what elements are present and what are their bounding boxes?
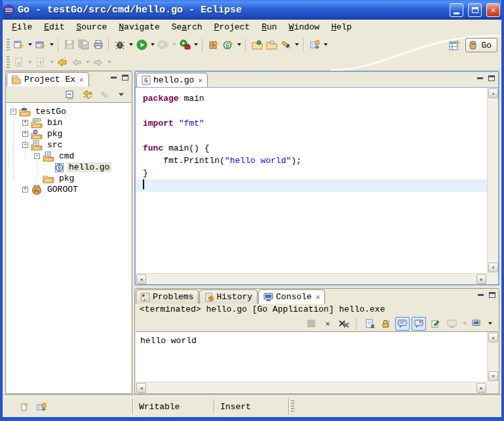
search-button[interactable] bbox=[279, 37, 293, 52]
tree-item-pkg2[interactable]: pkg bbox=[7, 173, 131, 184]
menu-edit[interactable]: Edit bbox=[38, 21, 70, 33]
scroll-lock-button[interactable] bbox=[379, 317, 393, 331]
tree-item-testgo[interactable]: − testGo bbox=[7, 106, 131, 117]
scroll-up-icon[interactable]: ▲ bbox=[488, 333, 498, 342]
tab-history[interactable]: History bbox=[199, 289, 258, 304]
debug-button[interactable] bbox=[113, 37, 127, 52]
collapse-all-button[interactable] bbox=[63, 86, 77, 102]
fast-view-icon[interactable] bbox=[20, 402, 29, 412]
menu-search[interactable]: Search bbox=[166, 21, 208, 33]
save-button[interactable] bbox=[62, 37, 77, 52]
collapse-expander-icon[interactable]: − bbox=[22, 142, 28, 148]
run-last-button[interactable] bbox=[156, 37, 170, 52]
open-console-dropdown[interactable] bbox=[486, 316, 494, 331]
open-console-button[interactable] bbox=[470, 317, 484, 331]
show-stdout-button[interactable] bbox=[395, 317, 410, 331]
tab-console[interactable]: Console ✕ bbox=[258, 289, 325, 304]
code-line: } bbox=[143, 167, 487, 179]
expand-expander-icon[interactable]: + bbox=[22, 131, 28, 137]
menu-source[interactable]: Source bbox=[70, 21, 113, 33]
open-perspective-button[interactable] bbox=[448, 37, 462, 53]
open-file-button[interactable] bbox=[264, 37, 279, 52]
new-go-element-dropdown[interactable] bbox=[235, 37, 242, 52]
maximize-button[interactable] bbox=[468, 3, 482, 17]
trim-toggle-icon[interactable] bbox=[36, 402, 47, 412]
project-explorer-content[interactable]: − testGo + 010 bin + pkg − src bbox=[7, 102, 131, 393]
new-project-dropdown[interactable] bbox=[48, 37, 55, 52]
import-folder-button[interactable] bbox=[250, 37, 264, 52]
save-all-button[interactable] bbox=[77, 37, 91, 52]
editor-horizontal-scrollbar[interactable]: ◀ ▶ bbox=[136, 273, 487, 284]
tree-item-src[interactable]: − src bbox=[7, 139, 131, 151]
tree-item-bin[interactable]: + 010 bin bbox=[7, 117, 131, 128]
minimize-editor-button[interactable] bbox=[477, 77, 483, 79]
console-horizontal-scrollbar[interactable]: ◀ ▶ bbox=[136, 382, 487, 393]
maximize-editor-button[interactable] bbox=[488, 75, 495, 81]
collapse-expander-icon[interactable]: − bbox=[34, 153, 40, 159]
toolbar-grip[interactable] bbox=[7, 39, 10, 50]
run-dropdown[interactable] bbox=[149, 37, 156, 52]
new-go-element-button[interactable]: G bbox=[221, 37, 235, 52]
status-bar: Writable Insert bbox=[3, 395, 501, 417]
new-java-project-button[interactable] bbox=[206, 37, 221, 52]
minimize-button[interactable] bbox=[450, 3, 463, 17]
scroll-left-icon[interactable]: ◀ bbox=[136, 274, 146, 284]
go-perspective-button[interactable]: Go bbox=[465, 38, 497, 52]
scroll-right-icon[interactable]: ▶ bbox=[476, 383, 486, 393]
scroll-right-icon[interactable]: ▶ bbox=[476, 274, 486, 284]
toggle-mark-occurrences-dropdown[interactable] bbox=[322, 37, 329, 52]
code-area[interactable]: package main import "fmt" func main() { … bbox=[136, 88, 487, 273]
scroll-lock-icon bbox=[381, 319, 391, 329]
view-menu-button[interactable] bbox=[114, 86, 128, 102]
close-button[interactable]: ✕ bbox=[486, 3, 500, 17]
remove-launch-button[interactable]: ✕ bbox=[320, 317, 335, 331]
new-wizard-button[interactable] bbox=[12, 37, 26, 52]
toggle-mark-occurrences-button[interactable] bbox=[307, 37, 322, 52]
pin-console-button[interactable] bbox=[428, 317, 442, 331]
collapse-expander-icon[interactable]: − bbox=[10, 109, 16, 115]
tree-item-goroot[interactable]: + GOROOT bbox=[7, 184, 131, 195]
scroll-down-icon[interactable]: ▼ bbox=[488, 263, 498, 272]
close-editor-icon[interactable]: ✕ bbox=[198, 76, 203, 84]
search-dropdown[interactable] bbox=[293, 37, 300, 52]
menu-project[interactable]: Project bbox=[208, 21, 256, 33]
scroll-down-icon[interactable]: ▼ bbox=[488, 371, 498, 381]
close-console-icon[interactable]: ✕ bbox=[316, 293, 320, 301]
minimize-console-button[interactable] bbox=[478, 294, 484, 296]
scroll-left-icon[interactable]: ◀ bbox=[136, 383, 146, 393]
editor-vertical-scrollbar[interactable]: ▲ ▼ bbox=[487, 88, 498, 273]
expand-expander-icon[interactable]: + bbox=[22, 120, 28, 126]
tree-item-cmd[interactable]: − cmd bbox=[7, 151, 131, 162]
toolbar-grip[interactable] bbox=[7, 56, 10, 68]
menu-navigate[interactable]: Navigate bbox=[113, 21, 165, 33]
menu-file[interactable]: File bbox=[6, 21, 38, 33]
close-view-icon[interactable]: ✕ bbox=[79, 75, 84, 84]
clear-console-button[interactable] bbox=[362, 317, 377, 331]
link-with-editor-button[interactable] bbox=[80, 86, 94, 102]
scroll-up-icon[interactable]: ▲ bbox=[488, 88, 498, 98]
expand-expander-icon[interactable]: + bbox=[22, 187, 28, 192]
menu-run[interactable]: Run bbox=[256, 21, 282, 33]
minimize-view-button[interactable] bbox=[111, 77, 117, 79]
tab-problems[interactable]: Problems bbox=[136, 289, 199, 304]
console-content[interactable]: hello world ▲ ▼ ◀ ▶ bbox=[136, 331, 498, 393]
last-edit-location-button[interactable] bbox=[55, 54, 69, 70]
run-button[interactable] bbox=[134, 37, 149, 52]
remove-all-terminated-button[interactable] bbox=[337, 317, 351, 331]
tab-hello-go[interactable]: G hello.go ✕ bbox=[136, 73, 208, 87]
debug-dropdown[interactable] bbox=[127, 37, 134, 52]
show-stderr-button[interactable] bbox=[412, 317, 426, 331]
external-tools-button[interactable] bbox=[178, 37, 192, 52]
console-vertical-scrollbar[interactable]: ▲ ▼ bbox=[487, 332, 498, 382]
print-button[interactable] bbox=[91, 37, 106, 52]
tab-project-explorer[interactable]: Project Ex ✕ bbox=[7, 72, 89, 86]
new-project-button[interactable] bbox=[33, 37, 48, 52]
new-wizard-dropdown[interactable] bbox=[26, 37, 33, 52]
menu-window[interactable]: Window bbox=[283, 21, 326, 33]
external-tools-dropdown[interactable] bbox=[192, 37, 199, 52]
menu-help[interactable]: Help bbox=[325, 21, 357, 33]
maximize-console-button[interactable] bbox=[489, 292, 495, 298]
maximize-view-button[interactable] bbox=[122, 75, 128, 81]
tree-item-hello-go[interactable]: G hello.go bbox=[7, 162, 131, 173]
tree-item-pkg[interactable]: + pkg bbox=[7, 128, 131, 139]
